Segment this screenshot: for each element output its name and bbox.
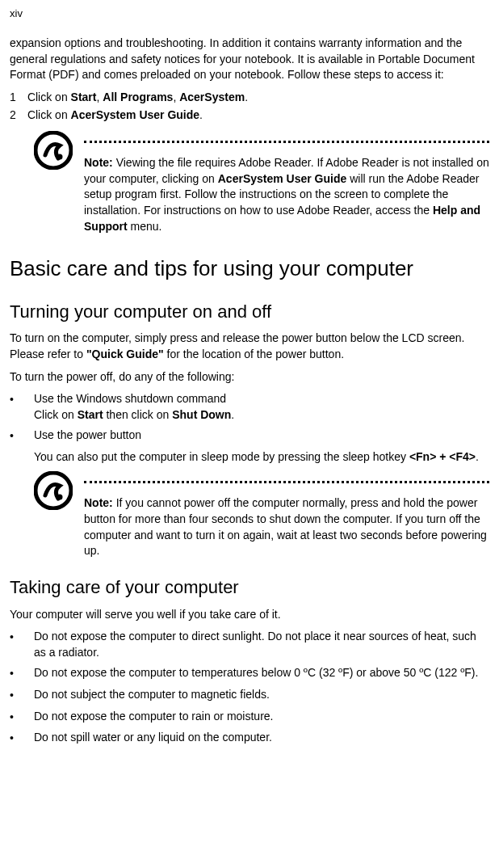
intro-paragraph: expansion options and troubleshooting. I… — [10, 36, 489, 83]
note-icon — [34, 471, 73, 510]
step-number: 2 — [10, 107, 24, 124]
heading-basic-care: Basic care and tips for using your compu… — [10, 254, 489, 283]
step-1: 1 Click on Start, All Programs, AcerSyst… — [10, 90, 489, 106]
step-text: Click on — [27, 91, 71, 103]
care-text: Do not expose the computer to rain or mo… — [34, 709, 489, 725]
bullet-icon: • — [10, 428, 34, 445]
care-text: Do not expose the computer to direct sun… — [34, 629, 489, 660]
bullet-icon: • — [10, 629, 34, 646]
turn-on-paragraph: To turn on the computer, simply press an… — [10, 331, 489, 362]
care-text: Do not expose the computer to temperatur… — [34, 665, 489, 681]
acersystem-label: AcerSystem — [179, 91, 245, 103]
start-bold: Start — [78, 408, 103, 421]
list-item: • Do not expose the computer to rain or … — [10, 709, 489, 726]
all-programs-label: All Programs — [103, 91, 173, 103]
svg-point-1 — [57, 154, 63, 160]
power-off-list: • Use the Windows shutdown command Click… — [10, 391, 489, 445]
note-block-2: Note: If you cannot power off the comput… — [34, 471, 489, 558]
text: You can also put the computer in sleep m… — [34, 450, 409, 463]
care-list: • Do not expose the computer to direct s… — [10, 629, 489, 747]
line1: Use the power button — [34, 428, 489, 444]
access-steps-list: 1 Click on Start, All Programs, AcerSyst… — [10, 90, 489, 123]
care-intro: Your computer will serve you well if you… — [10, 607, 489, 623]
svg-point-2 — [36, 473, 71, 508]
heading-turning-on-off: Turning your computer on and off — [10, 300, 489, 325]
bullet-content: Use the power button — [34, 428, 489, 444]
line2: Click on Start then click on Shut Down. — [34, 407, 489, 423]
note-label: Note: — [84, 496, 113, 509]
heading-taking-care: Taking care of your computer — [10, 575, 489, 600]
list-item: • Use the power button — [10, 428, 489, 445]
shutdown-bold: Shut Down — [172, 408, 231, 421]
start-label: Start — [71, 91, 97, 103]
note-content: Note: Viewing the file requires Adobe Re… — [84, 131, 489, 234]
bullet-icon: • — [10, 665, 34, 682]
bullet-icon: • — [10, 709, 34, 726]
dashed-divider — [84, 141, 489, 144]
list-item: • Do not expose the computer to temperat… — [10, 665, 489, 682]
note-text: menu. — [128, 220, 162, 233]
user-guide-bold: AcerSystem User Guide — [218, 172, 347, 185]
step-2: 2 Click on AcerSystem User Guide. — [10, 107, 489, 124]
note-icon — [34, 131, 73, 170]
list-item: • Do not expose the computer to direct s… — [10, 629, 489, 660]
suffix: . — [245, 91, 248, 103]
svg-point-3 — [57, 495, 63, 500]
note-label: Note: — [84, 156, 113, 169]
text: Click on — [34, 408, 78, 421]
turn-off-intro: To turn the power off, do any of the fol… — [10, 369, 489, 386]
care-text: Do not spill water or any liquid on the … — [34, 730, 489, 746]
list-item: • Do not spill water or any liquid on th… — [10, 730, 489, 747]
bullet-icon: • — [10, 730, 34, 747]
list-item: • Do not subject the computer to magneti… — [10, 687, 489, 704]
note-text: If you cannot power off the computer nor… — [84, 496, 487, 557]
bullet-icon: • — [10, 391, 34, 408]
text: . — [476, 450, 479, 463]
suffix: . — [199, 108, 203, 121]
page-number: xiv — [10, 6, 489, 21]
step-number: 1 — [10, 90, 24, 106]
list-item: • Use the Windows shutdown command Click… — [10, 391, 489, 423]
sleep-mode-text: You can also put the computer in sleep m… — [34, 449, 489, 466]
text: then click on — [103, 408, 173, 421]
quick-guide-bold: "Quick Guide" — [86, 348, 164, 360]
svg-point-0 — [36, 133, 71, 168]
bullet-icon: • — [10, 687, 34, 704]
step-text: Click on — [27, 108, 71, 121]
text: . — [231, 408, 234, 421]
bullet-content: Use the Windows shutdown command Click o… — [34, 391, 489, 423]
care-text: Do not subject the computer to magnetic … — [34, 687, 489, 703]
text: for the location of the power button. — [164, 348, 344, 360]
line1: Use the Windows shutdown command — [34, 391, 489, 407]
hotkey-bold: <Fn> + <F4> — [409, 450, 476, 463]
user-guide-label: AcerSystem User Guide — [71, 108, 200, 121]
note-content: Note: If you cannot power off the comput… — [84, 471, 489, 558]
dashed-divider — [84, 481, 489, 484]
note-block-1: Note: Viewing the file requires Adobe Re… — [34, 131, 489, 234]
